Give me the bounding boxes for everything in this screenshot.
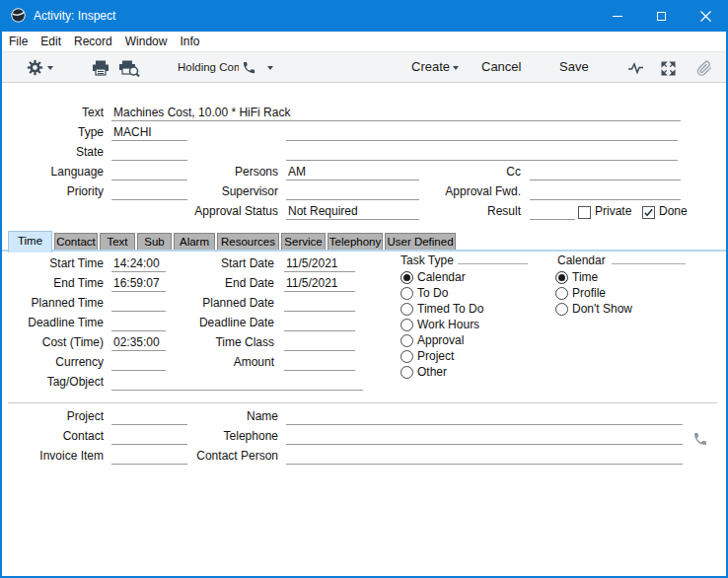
text-field[interactable]: Machines Cost, 10.00 * HiFi Rack bbox=[111, 105, 681, 121]
tab-sub[interactable]: Sub bbox=[137, 233, 172, 250]
state-field[interactable] bbox=[111, 144, 187, 161]
radio-other[interactable]: Other bbox=[400, 364, 483, 380]
tab-service[interactable]: Service bbox=[281, 233, 326, 250]
radio-work-hours[interactable]: Work Hours bbox=[400, 317, 483, 332]
done-checkbox[interactable] bbox=[642, 206, 655, 219]
task-type-group-title: Task Type bbox=[400, 254, 454, 267]
radio-profile[interactable]: Profile bbox=[555, 285, 632, 301]
operations-gear-button[interactable] bbox=[27, 59, 43, 79]
deadline-date-field[interactable] bbox=[284, 315, 355, 331]
bottom-separator bbox=[8, 402, 717, 403]
contact-person-field[interactable] bbox=[286, 448, 683, 465]
cost-time-label: Cost (Time) bbox=[0, 334, 104, 351]
tab-telephony[interactable]: Telephony bbox=[328, 233, 383, 250]
radio-approval[interactable]: Approval bbox=[400, 332, 483, 348]
tab-time[interactable]: Time bbox=[8, 231, 52, 253]
radio-time-icon bbox=[555, 271, 568, 284]
result-field[interactable] bbox=[530, 203, 575, 220]
start-date-field[interactable]: 11/5/2021 bbox=[284, 255, 355, 272]
tab-text[interactable]: Text bbox=[100, 233, 135, 250]
save-button[interactable]: Save bbox=[559, 52, 589, 82]
type-field[interactable]: MACHI bbox=[111, 124, 187, 141]
calendar-options: Time Profile Don't Show bbox=[555, 269, 632, 317]
radio-to-do-label: To Do bbox=[417, 286, 448, 300]
private-checkbox[interactable] bbox=[578, 206, 591, 219]
radio-profile-icon bbox=[555, 287, 568, 300]
radio-other-label: Other bbox=[417, 365, 447, 379]
menu-bar: File Edit Record Window Info bbox=[2, 32, 726, 51]
telephone-field[interactable] bbox=[286, 428, 683, 445]
radio-dont-show[interactable]: Don't Show bbox=[555, 301, 632, 317]
expand-icon[interactable] bbox=[661, 61, 676, 79]
menu-window[interactable]: Window bbox=[125, 35, 168, 48]
workflow-activity-icon[interactable] bbox=[627, 62, 644, 77]
radio-other-icon bbox=[400, 366, 413, 379]
tabs-underline bbox=[2, 250, 726, 252]
time-class-field[interactable] bbox=[284, 334, 355, 351]
radio-approval-icon bbox=[400, 334, 413, 347]
print-button[interactable] bbox=[92, 60, 109, 79]
radio-work-hours-label: Work Hours bbox=[417, 318, 479, 331]
type-extra-field[interactable] bbox=[286, 124, 678, 141]
radio-approval-label: Approval bbox=[417, 333, 464, 347]
text-label: Text bbox=[0, 105, 104, 121]
tag-object-label: Tag/Object bbox=[0, 374, 104, 391]
tag-object-field[interactable] bbox=[111, 374, 363, 391]
window-title: Activity: Inspect bbox=[34, 0, 115, 32]
approval-fwd-field[interactable] bbox=[530, 183, 681, 200]
planned-time-label: Planned Time bbox=[0, 295, 104, 312]
approval-fwd-label: Approval Fwd. bbox=[375, 183, 521, 200]
print-preview-button[interactable] bbox=[118, 60, 140, 80]
amount-field[interactable] bbox=[284, 354, 355, 371]
radio-timed-to-do-label: Timed To Do bbox=[417, 302, 483, 316]
invoice-item-label: Invoice Item bbox=[0, 448, 104, 465]
menu-edit[interactable]: Edit bbox=[40, 35, 61, 48]
end-date-field[interactable]: 11/5/2021 bbox=[284, 275, 355, 292]
radio-project[interactable]: Project bbox=[400, 348, 483, 364]
menu-info[interactable]: Info bbox=[180, 35, 199, 48]
planned-date-field[interactable] bbox=[284, 295, 355, 312]
persons-label: Persons bbox=[109, 164, 278, 181]
tab-user-defined[interactable]: User Defined bbox=[385, 233, 456, 250]
radio-timed-to-do[interactable]: Timed To Do bbox=[400, 301, 483, 317]
phone-dropdown-caret[interactable] bbox=[267, 66, 273, 70]
type-label: Type bbox=[0, 124, 104, 141]
gear-dropdown-caret[interactable] bbox=[47, 66, 53, 70]
create-dropdown-caret[interactable] bbox=[453, 66, 459, 70]
holding-company-label: Holding Comp bbox=[178, 52, 239, 82]
tab-contact[interactable]: Contact bbox=[54, 233, 98, 250]
radio-calendar[interactable]: Calendar bbox=[400, 269, 483, 285]
calendar-group-line bbox=[612, 263, 686, 264]
minimize-button[interactable] bbox=[595, 0, 639, 32]
menu-file[interactable]: File bbox=[9, 35, 28, 48]
radio-time[interactable]: Time bbox=[555, 269, 632, 285]
phone-dial-button[interactable] bbox=[242, 60, 256, 78]
tab-alarm[interactable]: Alarm bbox=[174, 233, 215, 250]
deadline-date-label: Deadline Date bbox=[109, 315, 274, 331]
start-date-label: Start Date bbox=[109, 255, 274, 272]
attachments-paperclip-icon[interactable] bbox=[696, 60, 712, 80]
radio-dont-show-label: Don't Show bbox=[572, 302, 632, 316]
state-extra-field[interactable] bbox=[286, 144, 678, 161]
maximize-button[interactable] bbox=[639, 0, 684, 32]
cancel-button[interactable]: Cancel bbox=[481, 52, 521, 82]
end-time-label: End Time bbox=[0, 275, 104, 292]
telephone-label: Telephone bbox=[109, 428, 278, 445]
state-label: State bbox=[0, 144, 104, 161]
menu-record[interactable]: Record bbox=[74, 35, 112, 48]
contact-person-label: Contact Person bbox=[109, 448, 278, 465]
radio-to-do[interactable]: To Do bbox=[400, 285, 483, 301]
dial-phone-icon[interactable] bbox=[692, 431, 708, 450]
create-button[interactable]: Create bbox=[411, 52, 450, 82]
close-button[interactable] bbox=[684, 0, 728, 32]
approval-status-label: Approval Status bbox=[109, 203, 278, 220]
done-checkbox-label: Done bbox=[659, 203, 688, 220]
cc-field[interactable] bbox=[530, 164, 681, 181]
private-checkbox-label: Private bbox=[595, 203, 631, 220]
task-type-options: Calendar To Do Timed To Do Work Hours Ap… bbox=[400, 269, 483, 380]
tab-resources[interactable]: Resources bbox=[217, 233, 279, 250]
maximize-icon bbox=[657, 12, 666, 21]
name-field[interactable] bbox=[286, 408, 683, 425]
radio-project-icon bbox=[400, 350, 413, 363]
cc-label: Cc bbox=[375, 164, 521, 181]
